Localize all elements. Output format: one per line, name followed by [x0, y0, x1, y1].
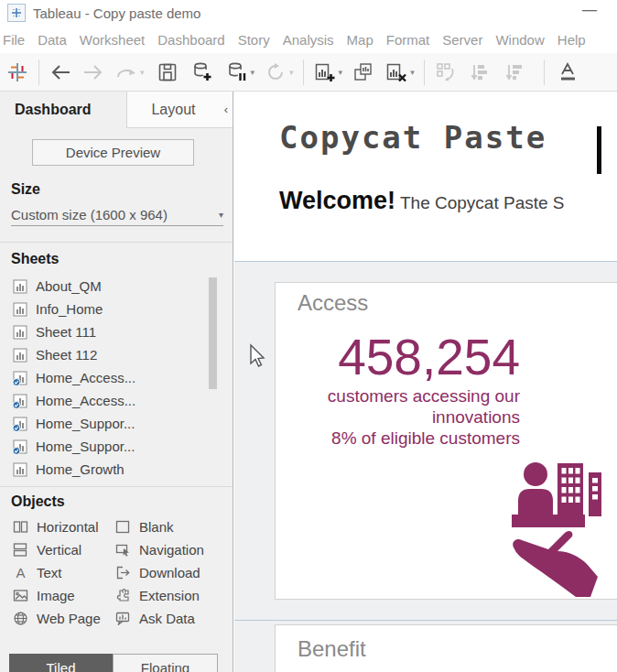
- benefit-zone[interactable]: Benefit: [234, 621, 617, 672]
- welcome-bold: Welcome!: [279, 187, 395, 214]
- pause-auto-updates-icon[interactable]: [223, 59, 251, 86]
- object-ask-data[interactable]: Ask Data: [115, 611, 195, 626]
- sheet-row[interactable]: Home_Growth: [0, 458, 233, 478]
- menu-map[interactable]: Map: [347, 32, 373, 48]
- worksheet-icon: [13, 302, 27, 317]
- size-dropdown-caret-icon: ▾: [219, 210, 223, 220]
- sheet-label: Home_Access...: [36, 393, 135, 408]
- menu-bar: File Data Worksheet Dashboard Story Anal…: [0, 26, 617, 53]
- duplicate-sheet-icon[interactable]: [350, 59, 377, 86]
- sheet-list-scrollbar[interactable]: [209, 277, 217, 389]
- pause-caret-icon[interactable]: ▾: [251, 68, 255, 77]
- run-update-caret-icon[interactable]: ▾: [289, 68, 294, 77]
- menu-dashboard[interactable]: Dashboard: [157, 32, 224, 48]
- access-card[interactable]: Access 458,254 customers accessing our i…: [275, 282, 617, 600]
- swap-rows-columns-icon[interactable]: [432, 59, 460, 86]
- svg-text:A: A: [16, 565, 25, 580]
- worksheet-icon: [13, 348, 27, 363]
- text-cursor: [597, 126, 601, 174]
- sheet-row[interactable]: Home_Access...: [0, 389, 233, 412]
- access-zone[interactable]: Access 458,254 customers accessing our i…: [234, 261, 617, 621]
- device-preview-button[interactable]: Device Preview: [32, 139, 194, 166]
- sheet-row[interactable]: Home_Suppor...: [0, 412, 233, 435]
- worksheet-icon: [13, 279, 27, 294]
- section-divider: [0, 486, 233, 487]
- dashboard-title-text[interactable]: Copycat Paste: [279, 119, 547, 156]
- redo-icon[interactable]: [113, 59, 140, 86]
- objects-section-header: Objects: [11, 493, 65, 510]
- size-section-header: Size: [11, 181, 40, 198]
- menu-data[interactable]: Data: [38, 32, 67, 48]
- worksheet-in-use-icon: [13, 371, 27, 385]
- collapse-pane-icon[interactable]: ‹: [220, 92, 233, 128]
- access-card-title: Access: [298, 290, 368, 316]
- minimize-button[interactable]: —: [582, 2, 597, 18]
- sort-descending-icon[interactable]: [502, 59, 529, 86]
- sheet-label: Home_Suppor...: [36, 439, 135, 454]
- menu-file[interactable]: File: [3, 32, 25, 48]
- pane-tabs: Dashboard Layout ‹: [0, 92, 233, 128]
- redo-caret-icon[interactable]: ▾: [140, 68, 145, 77]
- welcome-text[interactable]: Welcome! The Copycat Paste S: [279, 187, 565, 215]
- sheet-row[interactable]: Info_Home: [0, 298, 233, 320]
- menu-story[interactable]: Story: [238, 32, 270, 48]
- toolbar-separator: [38, 60, 39, 85]
- tab-dashboard[interactable]: Dashboard: [0, 92, 126, 128]
- object-text[interactable]: A Text: [0, 565, 115, 580]
- new-worksheet-icon[interactable]: [311, 59, 339, 86]
- sheet-row[interactable]: Sheet 111: [0, 320, 233, 343]
- access-kpi-line: 8% of eligible customers: [276, 428, 520, 449]
- object-extension[interactable]: Extension: [115, 588, 200, 603]
- menu-window[interactable]: Window: [495, 32, 544, 48]
- object-blank[interactable]: Blank: [115, 519, 174, 535]
- object-label: Image: [37, 588, 75, 603]
- back-icon[interactable]: [47, 59, 74, 86]
- tab-layout[interactable]: Layout: [126, 92, 220, 128]
- tiled-button[interactable]: Tiled: [9, 654, 113, 672]
- sheet-label: Home_Suppor...: [36, 416, 135, 431]
- forward-icon[interactable]: [80, 59, 107, 86]
- object-horizontal[interactable]: Horizontal: [0, 519, 115, 535]
- title-bar: Tableau - Copy paste demo —: [0, 0, 617, 26]
- floating-button[interactable]: Floating: [113, 654, 218, 672]
- sheet-label: Info_Home: [36, 301, 103, 317]
- dashboard-canvas[interactable]: Copycat Paste Welcome! The Copycat Paste…: [234, 92, 617, 672]
- object-label: Text: [37, 565, 62, 580]
- worksheet-icon: [13, 325, 27, 340]
- run-update-icon[interactable]: [262, 59, 289, 86]
- worksheet-in-use-icon: [13, 417, 27, 431]
- save-icon[interactable]: [154, 59, 181, 86]
- benefit-card[interactable]: Benefit: [275, 624, 617, 672]
- object-web-page[interactable]: Web Page: [0, 611, 115, 626]
- sort-ascending-icon[interactable]: [467, 59, 494, 86]
- menu-worksheet[interactable]: Worksheet: [80, 32, 145, 48]
- new-worksheet-caret-icon[interactable]: ▾: [339, 68, 343, 77]
- object-download[interactable]: Download: [115, 565, 200, 580]
- clear-sheet-caret-icon[interactable]: ▾: [410, 68, 415, 77]
- sheet-row[interactable]: About_QM: [0, 275, 233, 298]
- menu-format[interactable]: Format: [386, 32, 430, 48]
- object-label: Vertical: [37, 542, 81, 558]
- menu-server[interactable]: Server: [442, 32, 482, 48]
- sheet-row[interactable]: Sheet 112: [0, 343, 233, 366]
- objects-grid: Horizontal Blank Vertical Navigation A T…: [0, 515, 233, 630]
- clear-sheet-icon[interactable]: [383, 59, 410, 86]
- size-dropdown[interactable]: Custom size (1600 x 964) ▾: [11, 203, 223, 226]
- sheet-row[interactable]: Home_Access...: [0, 366, 233, 389]
- object-navigation[interactable]: Navigation: [115, 542, 204, 558]
- toolbar-separator: [303, 60, 304, 85]
- access-kpi-value: 458,254: [276, 329, 520, 385]
- object-vertical[interactable]: Vertical: [0, 542, 115, 558]
- object-image[interactable]: Image: [0, 588, 115, 603]
- new-data-source-icon[interactable]: [189, 59, 216, 86]
- sheet-row[interactable]: Home_Suppor...: [0, 435, 233, 458]
- sheet-label: Sheet 112: [36, 347, 97, 363]
- dashboard-pane: Dashboard Layout ‹ Device Preview Size C…: [0, 92, 233, 672]
- menu-help[interactable]: Help: [557, 32, 586, 48]
- highlight-icon[interactable]: [556, 59, 583, 86]
- tableau-logo-icon[interactable]: [4, 59, 31, 86]
- object-label: Web Page: [37, 611, 101, 626]
- section-divider: [0, 242, 233, 243]
- menu-analysis[interactable]: Analysis: [283, 32, 334, 48]
- mouse-cursor-icon: [247, 343, 267, 373]
